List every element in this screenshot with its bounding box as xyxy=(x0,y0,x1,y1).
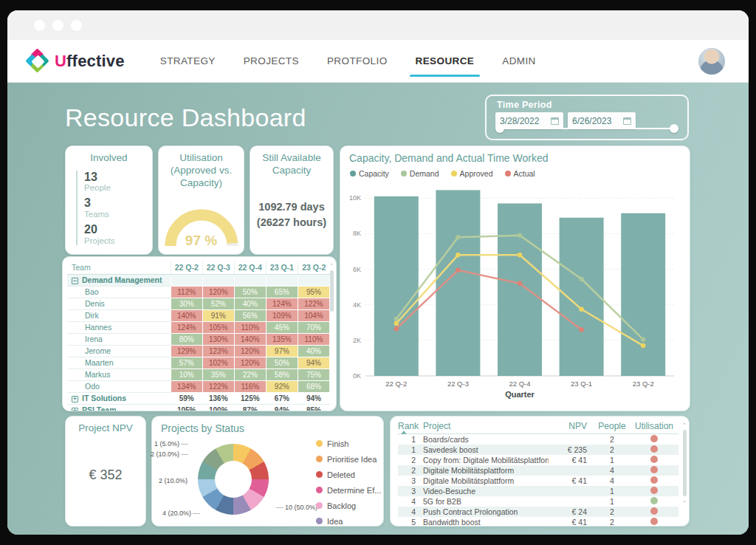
team-person-row: Hannes124%105%110%45%70% xyxy=(67,321,330,333)
project-table-header-people[interactable]: People xyxy=(594,421,630,431)
utilisation-cell xyxy=(234,274,266,286)
svg-text:0K: 0K xyxy=(353,372,361,380)
tab-resource[interactable]: RESOURCE xyxy=(414,48,476,74)
tab-protfolio[interactable]: PROTFOLIO xyxy=(326,48,389,74)
available-capacity-value: 1092.79 days (26227 hours) xyxy=(250,199,333,230)
app-logo[interactable]: Uffective xyxy=(27,50,125,72)
utilisation-dot-icon xyxy=(650,456,658,463)
project-table-header-npv[interactable]: NPV xyxy=(549,421,594,431)
calendar-icon[interactable] xyxy=(551,117,559,125)
project-table-row[interactable]: 3Digitale Mobilitätsplattform€ 414 xyxy=(398,476,678,486)
team-person-row: Jerome129%123%120%97%40% xyxy=(67,345,330,357)
dashboard-content: Resource Dashboard Time Period 3/28/2022… xyxy=(7,83,749,535)
collapse-icon[interactable]: − xyxy=(72,278,78,284)
project-table-row[interactable]: 2Digitale Mobilitätsplattform4 xyxy=(398,465,678,476)
project-people: 4 xyxy=(594,466,630,475)
legend-item-actual[interactable]: Actual xyxy=(505,169,535,178)
utilisation-cell: 124% xyxy=(266,298,298,309)
legend-dot-icon xyxy=(316,487,323,493)
legend-item-demand[interactable]: Demand xyxy=(401,169,439,178)
involved-stats: 13People3Teams20Projects xyxy=(76,171,152,245)
project-npv: € 24 xyxy=(549,507,594,516)
project-table-row[interactable]: 5Bandwidth boost€ 412 xyxy=(398,517,678,527)
project-table-row[interactable]: 1Boards/cards2 xyxy=(398,434,678,445)
utilisation-cell: 110% xyxy=(298,333,329,345)
utilisation-cell: 94% xyxy=(298,392,329,404)
project-table-header-rank[interactable]: Rank xyxy=(398,421,420,431)
project-utilisation xyxy=(630,445,678,454)
utilisation-cell xyxy=(202,274,234,286)
project-table-row[interactable]: 4Push Contract Prolongation€ 242 xyxy=(398,507,678,517)
capacity-chart-plot: 0K2K4K6K8K10K22 Q-222 Q-322 Q-423 Q-123 … xyxy=(340,178,690,405)
time-range-slider[interactable] xyxy=(497,124,677,133)
window-close-button[interactable] xyxy=(34,20,45,31)
project-rank: 1 xyxy=(398,435,420,444)
slider-handle-start[interactable] xyxy=(495,124,504,133)
legend-item-capacity[interactable]: Capacity xyxy=(350,169,389,178)
status-legend-item-deleted[interactable]: Deleted xyxy=(316,467,381,482)
project-name: Savedesk boost xyxy=(420,445,549,454)
calendar-icon[interactable] xyxy=(623,117,631,125)
nav-tabs: STRATEGYPROJECTSPROTFOLIORESOURCEADMIN xyxy=(159,48,537,74)
project-table-row[interactable]: 3Video-Besuche1 xyxy=(398,486,678,496)
expand-icon[interactable]: + xyxy=(72,396,78,402)
expand-icon[interactable]: + xyxy=(72,408,78,411)
status-legend-item-prioritise-idea[interactable]: Prioritise Idea xyxy=(316,451,381,467)
project-table-row[interactable]: 45G for B2B1 xyxy=(398,496,678,507)
project-table-row[interactable]: 1Savedesk boost€ 2352 xyxy=(398,445,678,455)
slider-handle-end[interactable] xyxy=(670,124,678,133)
top-navbar: Uffective STRATEGYPROJECTSPROTFOLIORESOU… xyxy=(7,40,749,83)
team-table-header: 23 Q-1 xyxy=(266,261,298,274)
utilisation-cell xyxy=(171,274,202,286)
utilisation-cell: 104% xyxy=(298,309,329,321)
status-legend-item-finish[interactable]: Finish xyxy=(316,436,381,451)
utilisation-cell: 134% xyxy=(171,380,202,392)
team-table-header: 22 Q-2 xyxy=(171,261,202,274)
svg-text:8K: 8K xyxy=(353,230,361,237)
window-maximize-button[interactable] xyxy=(71,20,82,31)
legend-dot-icon xyxy=(316,471,323,478)
utilisation-cell: 65% xyxy=(266,286,298,298)
status-legend-item-idea[interactable]: Idea xyxy=(316,513,381,529)
project-table-header-project[interactable]: Project xyxy=(420,421,549,431)
project-table-row[interactable]: 2Copy from: Digitale Mobilitätsplattform… xyxy=(398,455,678,465)
svg-text:22 Q-4: 22 Q-4 xyxy=(509,380,530,388)
utilisation-cell: 70% xyxy=(298,321,329,333)
donut-callout: 2 (10.0%) xyxy=(151,450,190,458)
team-table-scrollbar[interactable]: ⌃ xyxy=(329,263,334,405)
team-group-row[interactable]: −Demand Management xyxy=(67,274,330,286)
tab-projects[interactable]: PROJECTS xyxy=(242,48,300,74)
utilisation-cell: 120% xyxy=(234,345,266,357)
user-avatar[interactable] xyxy=(698,48,725,75)
team-group-row[interactable]: +PSI Team105%100%87%94%85% xyxy=(67,404,330,411)
tab-admin[interactable]: ADMIN xyxy=(501,48,537,74)
utilisation-card: Utilisation (Approved vs. Capacity) 97 % xyxy=(158,145,244,255)
utilisation-dot-icon xyxy=(650,507,658,515)
team-person-row: Dirk140%91%56%109%104% xyxy=(67,309,330,321)
project-ranking-table-card: RankProjectNPVPeopleUtilisation 1Boards/… xyxy=(390,416,690,527)
status-legend-item-backlog[interactable]: Backlog xyxy=(316,498,381,513)
legend-dot-icon xyxy=(316,502,323,509)
status-legend-item-determine-ef-[interactable]: Determine Ef... xyxy=(316,482,381,498)
utilisation-card-title: Utilisation (Approved vs. Capacity) xyxy=(159,146,244,190)
team-person-row: Irena80%130%140%135%110% xyxy=(67,333,330,345)
window-minimize-button[interactable] xyxy=(52,20,63,31)
team-group-row[interactable]: +IT Solutions59%136%125%67%94% xyxy=(67,392,330,404)
desktop-background: Uffective STRATEGYPROJECTSPROTFOLIORESOU… xyxy=(0,0,756,545)
team-utilisation-table: Team22 Q-222 Q-322 Q-423 Q-123 Q-2−Deman… xyxy=(67,261,330,411)
slider-track[interactable] xyxy=(497,128,677,129)
team-name-cell: Dirk xyxy=(67,309,171,321)
project-rank: 2 xyxy=(398,456,420,465)
utilisation-cell: 30% xyxy=(171,298,202,309)
team-name-cell: Hannes xyxy=(67,321,171,333)
project-name: Push Contract Prolongation xyxy=(420,507,549,516)
utilisation-gauge: 97 % xyxy=(159,206,244,252)
project-people: 1 xyxy=(594,497,630,506)
project-people: 2 xyxy=(594,507,630,516)
project-table-scrollbar[interactable]: ⌃⌄ xyxy=(681,422,687,520)
utilisation-cell xyxy=(266,274,298,286)
project-rank: 2 xyxy=(398,466,420,475)
legend-item-approved[interactable]: Approved xyxy=(451,169,493,178)
tab-strategy[interactable]: STRATEGY xyxy=(159,48,217,74)
project-table-header-utilisation[interactable]: Utilisation xyxy=(630,421,678,431)
